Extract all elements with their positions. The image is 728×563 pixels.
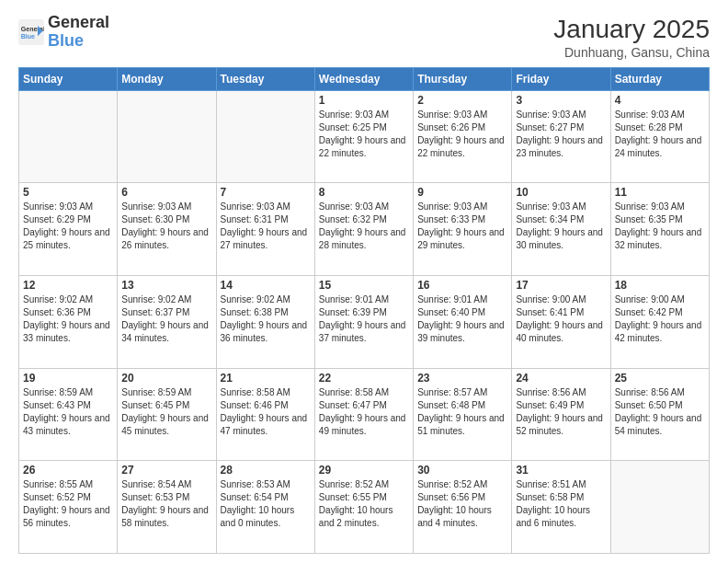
table-row: 21Sunrise: 8:58 AMSunset: 6:46 PMDayligh… bbox=[216, 368, 314, 461]
table-row: 4Sunrise: 9:03 AMSunset: 6:28 PMDaylight… bbox=[610, 90, 709, 183]
day-info: Sunrise: 9:01 AMSunset: 6:39 PMDaylight:… bbox=[319, 293, 409, 345]
header-monday: Monday bbox=[118, 67, 216, 90]
day-number: 29 bbox=[319, 464, 409, 477]
table-row: 12Sunrise: 9:02 AMSunset: 6:36 PMDayligh… bbox=[19, 275, 118, 368]
table-row: 26Sunrise: 8:55 AMSunset: 6:52 PMDayligh… bbox=[19, 461, 118, 554]
logo: General Blue General Blue bbox=[18, 14, 109, 51]
day-info: Sunrise: 8:52 AMSunset: 6:56 PMDaylight:… bbox=[417, 478, 507, 530]
header-friday: Friday bbox=[512, 67, 610, 90]
day-number: 20 bbox=[121, 372, 211, 385]
calendar-week-row: 5Sunrise: 9:03 AMSunset: 6:29 PMDaylight… bbox=[19, 183, 710, 276]
table-row: 15Sunrise: 9:01 AMSunset: 6:39 PMDayligh… bbox=[314, 275, 413, 368]
day-info: Sunrise: 9:03 AMSunset: 6:26 PMDaylight:… bbox=[417, 109, 507, 160]
logo-text: General Blue bbox=[48, 14, 109, 51]
day-number: 4 bbox=[615, 94, 705, 107]
day-info: Sunrise: 9:02 AMSunset: 6:37 PMDaylight:… bbox=[121, 293, 211, 345]
day-number: 9 bbox=[417, 186, 507, 199]
day-info: Sunrise: 8:54 AMSunset: 6:53 PMDaylight:… bbox=[121, 478, 211, 530]
day-info: Sunrise: 9:03 AMSunset: 6:29 PMDaylight:… bbox=[23, 201, 113, 252]
day-number: 13 bbox=[121, 279, 211, 292]
day-number: 7 bbox=[221, 186, 311, 199]
day-number: 1 bbox=[319, 94, 409, 107]
day-info: Sunrise: 8:51 AMSunset: 6:58 PMDaylight:… bbox=[516, 478, 606, 530]
day-info: Sunrise: 8:52 AMSunset: 6:55 PMDaylight:… bbox=[319, 478, 409, 530]
title-block: January 2025 Dunhuang, Gansu, China bbox=[553, 14, 710, 60]
day-number: 15 bbox=[319, 279, 409, 292]
table-row bbox=[216, 90, 314, 183]
table-row: 2Sunrise: 9:03 AMSunset: 6:26 PMDaylight… bbox=[414, 90, 512, 183]
calendar-week-row: 26Sunrise: 8:55 AMSunset: 6:52 PMDayligh… bbox=[19, 461, 710, 554]
day-number: 5 bbox=[23, 186, 113, 199]
day-info: Sunrise: 8:55 AMSunset: 6:52 PMDaylight:… bbox=[23, 478, 113, 530]
day-info: Sunrise: 9:03 AMSunset: 6:27 PMDaylight:… bbox=[516, 109, 606, 160]
table-row bbox=[610, 461, 709, 554]
table-row: 18Sunrise: 9:00 AMSunset: 6:42 PMDayligh… bbox=[610, 275, 709, 368]
table-row: 25Sunrise: 8:56 AMSunset: 6:50 PMDayligh… bbox=[610, 368, 709, 461]
header-wednesday: Wednesday bbox=[314, 67, 413, 90]
day-number: 3 bbox=[516, 94, 606, 107]
table-row: 24Sunrise: 8:56 AMSunset: 6:49 PMDayligh… bbox=[512, 368, 610, 461]
day-info: Sunrise: 8:57 AMSunset: 6:48 PMDaylight:… bbox=[417, 386, 507, 438]
table-row: 19Sunrise: 8:59 AMSunset: 6:43 PMDayligh… bbox=[19, 368, 118, 461]
logo-icon: General Blue bbox=[18, 19, 44, 45]
logo-general: General bbox=[48, 13, 109, 31]
page: General Blue General Blue January 2025 D… bbox=[0, 0, 728, 563]
table-row: 16Sunrise: 9:01 AMSunset: 6:40 PMDayligh… bbox=[414, 275, 512, 368]
day-info: Sunrise: 9:00 AMSunset: 6:41 PMDaylight:… bbox=[516, 293, 606, 345]
table-row: 29Sunrise: 8:52 AMSunset: 6:55 PMDayligh… bbox=[314, 461, 413, 554]
table-row: 22Sunrise: 8:58 AMSunset: 6:47 PMDayligh… bbox=[314, 368, 413, 461]
calendar-week-row: 12Sunrise: 9:02 AMSunset: 6:36 PMDayligh… bbox=[19, 275, 710, 368]
day-number: 12 bbox=[23, 279, 113, 292]
day-number: 23 bbox=[417, 372, 507, 385]
main-title: January 2025 bbox=[553, 14, 710, 45]
day-number: 18 bbox=[615, 279, 705, 292]
day-info: Sunrise: 9:00 AMSunset: 6:42 PMDaylight:… bbox=[615, 293, 705, 345]
table-row: 13Sunrise: 9:02 AMSunset: 6:37 PMDayligh… bbox=[118, 275, 216, 368]
day-number: 6 bbox=[121, 186, 211, 199]
day-info: Sunrise: 9:03 AMSunset: 6:28 PMDaylight:… bbox=[615, 109, 705, 160]
day-info: Sunrise: 9:03 AMSunset: 6:34 PMDaylight:… bbox=[516, 201, 606, 252]
day-info: Sunrise: 9:03 AMSunset: 6:32 PMDaylight:… bbox=[319, 201, 409, 252]
table-row: 31Sunrise: 8:51 AMSunset: 6:58 PMDayligh… bbox=[512, 461, 610, 554]
day-number: 27 bbox=[121, 464, 211, 477]
day-number: 17 bbox=[516, 279, 606, 292]
table-row: 17Sunrise: 9:00 AMSunset: 6:41 PMDayligh… bbox=[512, 275, 610, 368]
calendar-week-row: 1Sunrise: 9:03 AMSunset: 6:25 PMDaylight… bbox=[19, 90, 710, 183]
day-number: 28 bbox=[221, 464, 311, 477]
table-row: 1Sunrise: 9:03 AMSunset: 6:25 PMDaylight… bbox=[314, 90, 413, 183]
day-info: Sunrise: 9:03 AMSunset: 6:25 PMDaylight:… bbox=[319, 109, 409, 160]
table-row: 8Sunrise: 9:03 AMSunset: 6:32 PMDaylight… bbox=[314, 183, 413, 276]
table-row: 23Sunrise: 8:57 AMSunset: 6:48 PMDayligh… bbox=[414, 368, 512, 461]
day-number: 14 bbox=[221, 279, 311, 292]
day-info: Sunrise: 9:03 AMSunset: 6:31 PMDaylight:… bbox=[221, 201, 311, 252]
calendar-week-row: 19Sunrise: 8:59 AMSunset: 6:43 PMDayligh… bbox=[19, 368, 710, 461]
table-row bbox=[19, 90, 118, 183]
table-row: 28Sunrise: 8:53 AMSunset: 6:54 PMDayligh… bbox=[216, 461, 314, 554]
day-number: 22 bbox=[319, 372, 409, 385]
table-row: 27Sunrise: 8:54 AMSunset: 6:53 PMDayligh… bbox=[118, 461, 216, 554]
calendar-header-row: Sunday Monday Tuesday Wednesday Thursday… bbox=[19, 67, 710, 90]
day-number: 30 bbox=[417, 464, 507, 477]
table-row: 9Sunrise: 9:03 AMSunset: 6:33 PMDaylight… bbox=[414, 183, 512, 276]
table-row: 14Sunrise: 9:02 AMSunset: 6:38 PMDayligh… bbox=[216, 275, 314, 368]
table-row: 20Sunrise: 8:59 AMSunset: 6:45 PMDayligh… bbox=[118, 368, 216, 461]
table-row: 3Sunrise: 9:03 AMSunset: 6:27 PMDaylight… bbox=[512, 90, 610, 183]
day-info: Sunrise: 9:03 AMSunset: 6:33 PMDaylight:… bbox=[417, 201, 507, 252]
day-info: Sunrise: 9:03 AMSunset: 6:30 PMDaylight:… bbox=[121, 201, 211, 252]
day-info: Sunrise: 8:59 AMSunset: 6:43 PMDaylight:… bbox=[23, 386, 113, 438]
day-number: 24 bbox=[516, 372, 606, 385]
header-tuesday: Tuesday bbox=[216, 67, 314, 90]
header-thursday: Thursday bbox=[414, 67, 512, 90]
table-row: 30Sunrise: 8:52 AMSunset: 6:56 PMDayligh… bbox=[414, 461, 512, 554]
day-info: Sunrise: 9:02 AMSunset: 6:36 PMDaylight:… bbox=[23, 293, 113, 345]
day-info: Sunrise: 9:02 AMSunset: 6:38 PMDaylight:… bbox=[221, 293, 311, 345]
day-number: 26 bbox=[23, 464, 113, 477]
day-number: 2 bbox=[417, 94, 507, 107]
svg-text:Blue: Blue bbox=[21, 33, 35, 40]
header: General Blue General Blue January 2025 D… bbox=[18, 14, 710, 60]
table-row: 7Sunrise: 9:03 AMSunset: 6:31 PMDaylight… bbox=[216, 183, 314, 276]
table-row: 6Sunrise: 9:03 AMSunset: 6:30 PMDaylight… bbox=[118, 183, 216, 276]
logo-blue: Blue bbox=[48, 31, 84, 50]
day-info: Sunrise: 8:53 AMSunset: 6:54 PMDaylight:… bbox=[221, 478, 311, 530]
day-number: 10 bbox=[516, 186, 606, 199]
